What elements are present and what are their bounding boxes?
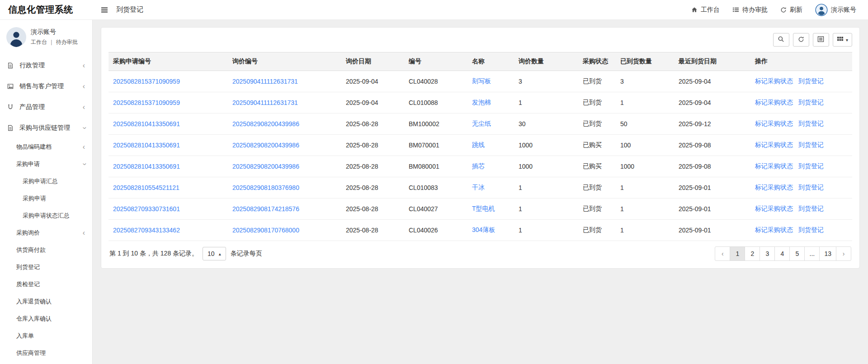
purchase-request-no-link[interactable]: 2025082810413350691	[113, 142, 180, 149]
mark-purchase-status-link[interactable]: 标记采购状态	[755, 184, 793, 191]
arrival-registration-link[interactable]: 到货登记	[798, 77, 824, 85]
purchase-request-no-link[interactable]: 2025082815371090959	[113, 99, 180, 106]
next-page-button[interactable]: ›	[836, 246, 851, 261]
sidebar-item-product-management[interactable]: 产品管理‹	[0, 97, 92, 118]
inquiry-no-link[interactable]: 2025090411112631731	[232, 99, 298, 106]
arrival-registration-link[interactable]: 到货登记	[798, 226, 824, 233]
doc-icon	[7, 62, 15, 69]
item-name-link[interactable]: 插芯	[472, 162, 485, 170]
mark-purchase-status-link[interactable]: 标记采购状态	[755, 141, 793, 148]
column-header: 最近到货日期	[674, 52, 750, 71]
page-button-5[interactable]: 5	[789, 246, 805, 261]
cell-status: 已到货	[578, 177, 616, 199]
item-name-link[interactable]: 304薄板	[472, 226, 495, 233]
sidebar-item-sales-customer-management[interactable]: 销售与客户管理‹	[0, 76, 92, 97]
chevron-left-icon: ‹	[83, 143, 85, 151]
nav-account[interactable]: 演示账号	[815, 4, 856, 16]
nav-label: 演示账号	[831, 6, 856, 14]
arrival-registration-link[interactable]: 到货登记	[798, 99, 824, 106]
cell-qty: 30	[514, 113, 578, 135]
page-button-13[interactable]: 13	[819, 246, 836, 261]
purchase-request-no-link[interactable]: 2025082810554521121	[113, 184, 179, 191]
cell-code: BM070001	[404, 135, 467, 156]
mark-purchase-status-link[interactable]: 标记采购状态	[755, 162, 793, 170]
inquiry-no-link[interactable]: 2025082908200439986	[232, 120, 299, 128]
cell-inq_date: 2025-08-28	[341, 177, 404, 199]
mark-purchase-status-link[interactable]: 标记采购状态	[755, 99, 793, 106]
mark-purchase-status-link[interactable]: 标记采购状态	[755, 77, 793, 85]
purchase-request-no-link[interactable]: 2025082709343133462	[113, 227, 180, 234]
purchase-request-no-link[interactable]: 2025082810413350691	[113, 120, 180, 128]
sidebar-toggle-button[interactable]	[99, 5, 110, 15]
inquiry-no-link[interactable]: 2025090411112631731	[232, 78, 298, 85]
page-button-1[interactable]: 1	[730, 246, 745, 261]
nav-pending-approvals[interactable]: 待办审批	[732, 6, 768, 14]
cell-name: 304薄板	[467, 220, 514, 241]
sidebar-item-purchase-request-entry[interactable]: 采购申请	[0, 190, 92, 207]
mark-purchase-status-link[interactable]: 标记采购状态	[755, 205, 793, 212]
arrival-registration-link[interactable]: 到货登记	[798, 120, 824, 127]
sidebar-item-quality-inspection[interactable]: 质检登记	[0, 276, 92, 293]
columns-button[interactable]: ▾	[833, 33, 852, 47]
sidebar-item-item-coding[interactable]: 物品编码建档‹	[0, 138, 92, 156]
item-name-link[interactable]: 发泡棉	[472, 99, 491, 106]
arrival-registration-link[interactable]: 到货登记	[798, 205, 824, 212]
mark-purchase-status-link[interactable]: 标记采购状态	[755, 226, 793, 233]
purchase-request-no-link[interactable]: 2025082810413350691	[113, 163, 180, 170]
caret-down-icon: ▾	[846, 38, 848, 43]
arrival-registration-link[interactable]: 到货登记	[798, 184, 824, 191]
cell-inq_no: 2025090411112631731	[228, 92, 341, 113]
mark-purchase-status-link[interactable]: 标记采购状态	[755, 120, 793, 127]
item-name-link[interactable]: 无尘纸	[472, 120, 491, 127]
cell-status: 已到货	[578, 71, 616, 92]
page-ellipsis: ...	[804, 246, 820, 261]
cell-last_date: 2025-09-01	[674, 199, 750, 220]
detail-view-icon	[817, 36, 824, 44]
purchase-request-no-link[interactable]: 2025082815371090959	[113, 78, 180, 85]
sidebar-item-warehouse-inbound-confirmation[interactable]: 仓库入库确认	[0, 310, 92, 327]
search-button[interactable]	[773, 33, 789, 47]
user-link-pending-approvals[interactable]: 待办审批	[56, 39, 78, 45]
sidebar-item-procurement-supply-chain[interactable]: 采购与供应链管理‹	[0, 118, 92, 138]
arrival-registration-link[interactable]: 到货登记	[798, 141, 824, 148]
sidebar-item-purchase-inquiry[interactable]: 采购询价‹	[0, 224, 92, 241]
arrival-registration-link[interactable]: 到货登记	[798, 162, 824, 170]
inquiry-no-link[interactable]: 2025082908200439986	[232, 163, 299, 170]
table-row: 2025082815371090959202509041111263173120…	[108, 71, 852, 92]
cell-name: T型电机	[467, 199, 514, 220]
sidebar-item-inbound-return-confirmation[interactable]: 入库退货确认	[0, 293, 92, 310]
nav-workbench[interactable]: 工作台	[691, 6, 720, 14]
inquiry-no-link[interactable]: 2025082908180376980	[232, 184, 299, 191]
sidebar-item-supplier-payment[interactable]: 供货商付款	[0, 241, 92, 259]
sidebar-item-administration[interactable]: 行政管理‹	[0, 55, 92, 76]
cell-arrived: 1	[616, 92, 674, 113]
inquiry-no-link[interactable]: 2025082908170768000	[232, 227, 299, 234]
sidebar-item-purchase-request-status-summary[interactable]: 采购申请状态汇总	[0, 207, 92, 224]
item-name-link[interactable]: T型电机	[472, 205, 495, 212]
item-name-link[interactable]: 刻写板	[472, 77, 491, 85]
cell-last_date: 2025-09-04	[674, 92, 750, 113]
sidebar-item-supplier-management[interactable]: 供应商管理	[0, 345, 92, 362]
prev-page-button[interactable]: ‹	[715, 246, 730, 261]
chevron-left-icon: ‹	[83, 104, 85, 111]
nav-refresh[interactable]: 刷新	[780, 6, 802, 14]
page-size-select[interactable]: 10 ▴	[203, 247, 226, 260]
table-toolbar: ▾	[108, 33, 852, 47]
user-link-workbench[interactable]: 工作台	[31, 39, 47, 45]
cell-status: 已购买	[578, 135, 616, 156]
refresh-button[interactable]	[793, 33, 809, 47]
purchase-request-no-link[interactable]: 2025082709330731601	[113, 205, 180, 213]
sidebar-item-purchase-request-summary[interactable]: 采购申请汇总	[0, 173, 92, 190]
inquiry-no-link[interactable]: 2025082908174218576	[232, 205, 299, 213]
detail-view-button[interactable]	[813, 33, 829, 47]
item-name-link[interactable]: 跳线	[472, 141, 485, 148]
sidebar-item-inbound-order[interactable]: 入库单	[0, 327, 92, 345]
item-name-link[interactable]: 干冰	[472, 184, 485, 191]
cell-req_no: 2025082810554521121	[108, 177, 228, 199]
page-button-2[interactable]: 2	[745, 246, 760, 261]
sidebar-item-arrival-registration[interactable]: 到货登记	[0, 259, 92, 276]
page-button-4[interactable]: 4	[774, 246, 790, 261]
page-button-3[interactable]: 3	[760, 246, 775, 261]
inquiry-no-link[interactable]: 2025082908200439986	[232, 142, 299, 149]
sidebar-item-purchase-request[interactable]: 采购申请‹	[0, 156, 92, 173]
